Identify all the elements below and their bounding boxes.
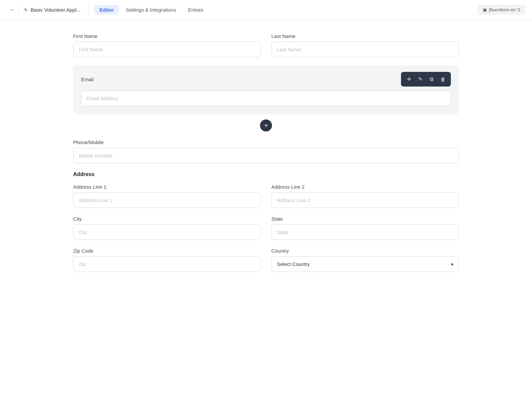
address-line1-input[interactable]	[73, 192, 261, 208]
edit-icon: ✎	[418, 76, 423, 82]
phone-row: Phone/Mobile	[73, 139, 459, 163]
email-block-header: Email ✛ ✎ ⧉ 🗑	[81, 72, 451, 87]
city-input[interactable]	[73, 224, 261, 240]
state-input[interactable]	[271, 224, 459, 240]
phone-input[interactable]	[73, 148, 459, 163]
nav-tabs: Editor Settings & Integrations Entries	[89, 0, 214, 20]
tab-settings-integrations[interactable]: Settings & Integrations	[120, 5, 181, 15]
phone-field: Phone/Mobile	[73, 139, 459, 163]
first-name-field: First Name	[73, 33, 261, 57]
first-name-input[interactable]	[73, 42, 261, 57]
phone-label: Phone/Mobile	[73, 139, 459, 145]
tab-editor[interactable]: Editor	[94, 5, 119, 15]
zip-field: Zip Code	[73, 248, 261, 272]
add-field-button[interactable]: +	[260, 119, 272, 131]
address-title: Address	[73, 171, 459, 177]
state-label: State	[271, 216, 459, 222]
shortcode-icon: ▣	[483, 7, 487, 12]
zip-input[interactable]	[73, 256, 261, 272]
delete-icon: 🗑	[441, 77, 446, 82]
email-toolbar: ✛ ✎ ⧉ 🗑	[401, 72, 451, 87]
copy-icon: ⧉	[430, 76, 434, 82]
first-name-label: First Name	[73, 33, 261, 39]
state-field: State	[271, 216, 459, 240]
email-input[interactable]	[81, 91, 451, 106]
zip-label: Zip Code	[73, 248, 261, 254]
toolbar-edit-button[interactable]: ✎	[415, 74, 426, 85]
toolbar-move-button[interactable]: ✛	[404, 74, 414, 85]
back-button[interactable]: ←	[7, 4, 19, 16]
zip-country-row: Zip Code Country Select Country United S…	[73, 248, 459, 272]
last-name-input[interactable]	[271, 42, 459, 57]
last-name-field: Last Name	[271, 33, 459, 57]
address-line1-label: Address Line 1	[73, 184, 261, 190]
country-field: Country Select Country United States Uni…	[271, 248, 459, 272]
toolbar-delete-button[interactable]: 🗑	[438, 74, 448, 85]
city-state-row: City State	[73, 216, 459, 240]
email-label: Email	[81, 77, 94, 82]
shortcode-button[interactable]: ▣ [fluentform id="2	[478, 5, 525, 15]
address-line2-field: Address Line 2	[271, 184, 459, 208]
address-line1-field: Address Line 1	[73, 184, 261, 208]
tab-entries[interactable]: Entries	[183, 5, 209, 15]
address-lines-row: Address Line 1 Address Line 2	[73, 184, 459, 208]
back-arrow-icon: ←	[10, 6, 16, 13]
city-label: City	[73, 216, 261, 222]
address-line2-label: Address Line 2	[271, 184, 459, 190]
last-name-label: Last Name	[271, 33, 459, 39]
add-button-container: +	[73, 119, 459, 131]
top-navigation: ← ✎ Basic Volunteer Appl... Editor Setti…	[0, 0, 532, 20]
address-section: Address Address Line 1 Address Line 2 Ci…	[73, 171, 459, 272]
form-title-text: Basic Volunteer Appl...	[31, 7, 80, 13]
shortcode-text: [fluentform id="2	[489, 7, 520, 12]
name-row: First Name Last Name	[73, 33, 459, 57]
address-line2-input[interactable]	[271, 192, 459, 208]
main-content: First Name Last Name Email ✛ ✎ ⧉ �	[0, 20, 532, 293]
form-title: ✎ Basic Volunteer Appl...	[24, 0, 89, 20]
country-label: Country	[271, 248, 459, 254]
country-select[interactable]: Select Country United States United King…	[271, 256, 459, 272]
plus-icon: +	[264, 122, 268, 129]
pencil-icon: ✎	[24, 7, 28, 13]
toolbar-copy-button[interactable]: ⧉	[426, 74, 437, 85]
email-block: Email ✛ ✎ ⧉ 🗑	[73, 65, 459, 114]
city-field: City	[73, 216, 261, 240]
country-select-wrapper: Select Country United States United King…	[271, 256, 459, 272]
move-icon: ✛	[407, 76, 411, 82]
